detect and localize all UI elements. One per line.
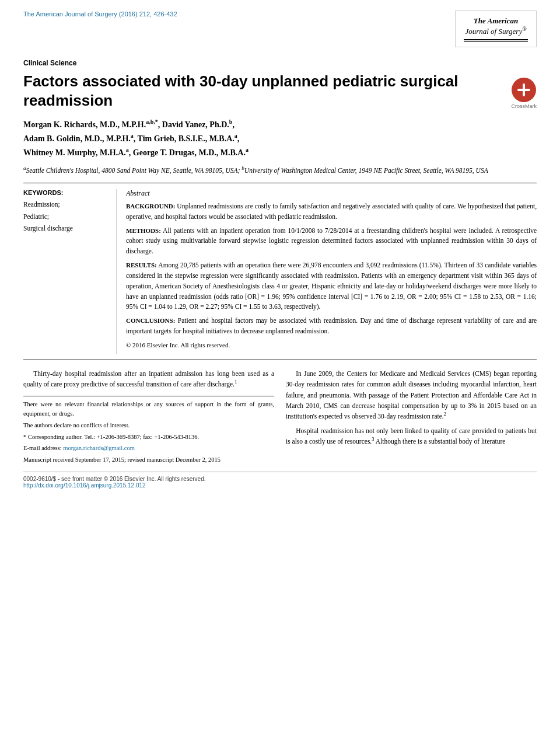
keyword-2: Pediatric;	[23, 211, 107, 223]
abstract-body: BACKGROUND: Unplanned readmissions are c…	[126, 201, 537, 350]
conclusions-text: Patient and hospital factors may be asso…	[126, 317, 537, 334]
crossmark-icon	[512, 78, 536, 102]
affiliations: aSeattle Children's Hospital, 4800 Sand …	[23, 166, 537, 176]
logo-title-line1: The American	[464, 16, 528, 26]
issn-line: 0002-9610/$ - see front matter © 2016 El…	[23, 476, 537, 482]
journal-logo: The American Journal of Surgery®	[455, 11, 537, 47]
footnote-2: The authors declare no conflicts of inte…	[23, 421, 274, 430]
results-head: RESULTS:	[126, 262, 157, 269]
crossmark-label: CrossMark	[511, 103, 537, 109]
footnotes: There were no relevant financial relatio…	[23, 396, 274, 465]
email-link[interactable]: morgan.richards@gmail.com	[63, 445, 135, 451]
authors: Morgan K. Richards, M.D., M.P.H.a,b,*, D…	[23, 118, 537, 159]
body-right-p1: In June 2009, the Centers for Medicare a…	[286, 368, 537, 422]
abstract-methods: METHODS: All patients with an inpatient …	[126, 226, 537, 257]
footnote-3: * Corresponding author. Tel.: +1-206-369…	[23, 433, 274, 442]
abstract-column: Abstract BACKGROUND: Unplanned readmissi…	[117, 189, 537, 354]
crossmark-badge[interactable]: CrossMark	[511, 78, 537, 109]
methods-text: All patients with an inpatient operation…	[126, 227, 537, 255]
main-content: Clinical Science Factors associated with…	[0, 51, 560, 500]
keywords-column: KEYWORDS: Readmission; Pediatric; Surgic…	[23, 189, 117, 354]
body-section: Thirty-day hospital readmission after an…	[23, 368, 537, 465]
keyword-1: Readmission;	[23, 198, 107, 211]
abstract-heading: Abstract	[126, 189, 537, 198]
doi-line: http://dx.doi.org/10.1016/j.amjsurg.2015…	[23, 482, 537, 489]
keyword-3: Surgical discharge	[23, 222, 107, 235]
doi-link[interactable]: http://dx.doi.org/10.1016/j.amjsurg.2015…	[23, 482, 146, 489]
results-text: Among 20,785 patients with an operation …	[126, 262, 537, 310]
background-text: Unplanned readmissions are costly to fam…	[126, 203, 537, 220]
article-title: Factors associated with 30-day unplanned…	[23, 72, 467, 110]
body-col-right: In June 2009, the Centers for Medicare a…	[286, 368, 537, 465]
abstract-section: KEYWORDS: Readmission; Pediatric; Surgic…	[23, 183, 537, 360]
keywords-list: Readmission; Pediatric; Surgical dischar…	[23, 198, 107, 235]
body-col-left: Thirty-day hospital readmission after an…	[23, 368, 274, 465]
section-label: Clinical Science	[23, 59, 537, 67]
journal-reference: The American Journal of Surgery (2016) 2…	[23, 11, 177, 18]
ref-2: 2	[444, 412, 446, 417]
footnote-1: There were no relevant financial relatio…	[23, 400, 274, 419]
copyright-notice: © 2016 Elsevier Inc. All rights reserved…	[126, 340, 537, 350]
page: The American Journal of Surgery (2016) 2…	[0, 0, 560, 753]
body-right-p2: Hospital readmission has not only been l…	[286, 426, 537, 447]
footnote-5: Manuscript received September 17, 2015; …	[23, 455, 274, 465]
abstract-conclusions: CONCLUSIONS: Patient and hospital factor…	[126, 316, 537, 337]
keywords-title: KEYWORDS:	[23, 189, 107, 196]
footnote-4: E-mail address: morgan.richards@gmail.co…	[23, 444, 274, 453]
title-row: Factors associated with 30-day unplanned…	[23, 72, 537, 118]
background-head: BACKGROUND:	[126, 203, 175, 210]
bottom-bar: 0002-9610/$ - see front matter © 2016 El…	[23, 472, 537, 489]
conclusions-head: CONCLUSIONS:	[126, 317, 175, 324]
logo-decorative-lines	[464, 39, 528, 42]
methods-head: METHODS:	[126, 227, 161, 234]
abstract-results: RESULTS: Among 20,785 patients with an o…	[126, 260, 537, 312]
logo-title-line2: Journal of Surgery®	[464, 26, 528, 37]
top-header: The American Journal of Surgery (2016) 2…	[0, 0, 560, 51]
ref-1: 1	[235, 379, 237, 385]
body-left-p1: Thirty-day hospital readmission after an…	[23, 368, 274, 390]
abstract-background: BACKGROUND: Unplanned readmissions are c…	[126, 201, 537, 222]
